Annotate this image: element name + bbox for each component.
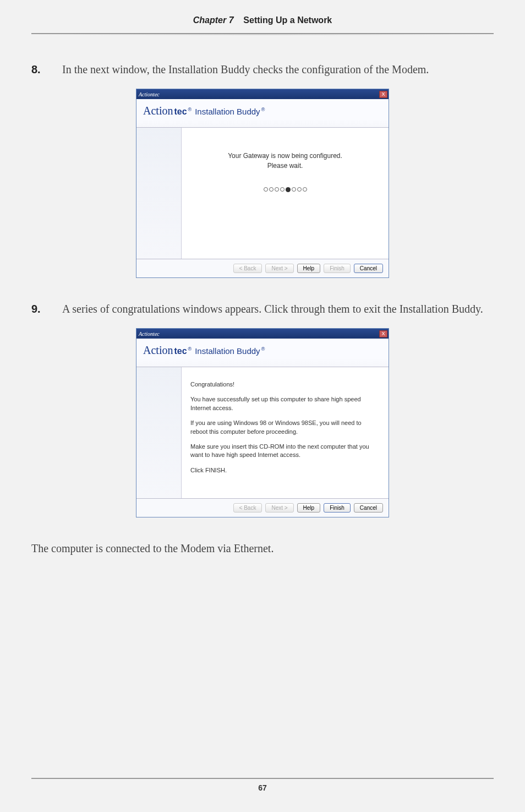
wizard-brand: Actiontec® Installation Buddy® — [136, 99, 389, 127]
step-number: 8. — [31, 62, 62, 78]
brand-sub: Installation Buddy — [195, 107, 260, 116]
close-icon[interactable]: X — [379, 330, 387, 337]
config-msg-line1: Your Gateway is now being configured. — [190, 151, 380, 161]
back-button: < Back — [233, 503, 262, 513]
final-line: The computer is connected to the Modem v… — [31, 541, 494, 557]
brand-script: Action — [143, 344, 173, 357]
wizard-button-row: < Back Next > Help Finish Cancel — [136, 259, 389, 277]
congrats-line2: You have successfully set up this comput… — [190, 395, 380, 412]
config-msg-line2: Please wait. — [190, 161, 380, 171]
footer-divider — [31, 778, 494, 779]
congrats-line3: If you are using Windows 98 or Windows 9… — [190, 419, 380, 436]
wizard-brand: Actiontec® Installation Buddy® — [136, 339, 389, 367]
finish-button[interactable]: Finish — [324, 503, 351, 513]
step-9: 9. A series of congratulations windows a… — [31, 301, 494, 317]
brand-sub: Installation Buddy — [195, 346, 260, 356]
cancel-button[interactable]: Cancel — [354, 264, 383, 273]
titlebar-text: Actiontec — [139, 91, 160, 97]
next-button: Next > — [265, 503, 293, 513]
next-button: Next > — [265, 264, 293, 273]
titlebar-text: Actiontec — [139, 331, 160, 337]
brand-bold: tec — [174, 107, 187, 117]
finish-button: Finish — [324, 264, 351, 273]
brand-script: Action — [143, 105, 173, 117]
brand-bold: tec — [174, 346, 187, 356]
brand-reg-2: ® — [261, 346, 265, 352]
congrats-line1: Congratulations! — [190, 380, 380, 389]
chapter-title: Setting Up a Network — [243, 15, 332, 25]
wizard-configuring: Actiontec X Actiontec® Installation Budd… — [136, 89, 389, 278]
close-icon[interactable]: X — [379, 91, 387, 98]
wizard-sidebar — [136, 128, 182, 259]
page-number: 67 — [0, 783, 525, 792]
brand-reg: ® — [188, 346, 192, 352]
progress-dots — [190, 186, 380, 193]
header-divider — [31, 33, 494, 34]
brand-reg-2: ® — [261, 107, 265, 112]
cancel-button[interactable]: Cancel — [354, 503, 383, 513]
step-text: In the next window, the Installation Bud… — [62, 62, 494, 78]
step-number: 9. — [31, 301, 62, 317]
wizard-titlebar: Actiontec X — [136, 329, 389, 339]
help-button[interactable]: Help — [297, 264, 321, 273]
help-button[interactable]: Help — [297, 503, 321, 513]
step-text: A series of congratulations windows appe… — [62, 301, 494, 317]
congrats-line5: Click FINISH. — [190, 466, 380, 475]
congrats-content: Congratulations! You have successfully s… — [182, 367, 389, 498]
wizard-button-row: < Back Next > Help Finish Cancel — [136, 499, 389, 517]
chapter-label: Chapter 7 — [193, 15, 234, 25]
wizard-sidebar — [136, 367, 182, 498]
step-8: 8. In the next window, the Installation … — [31, 62, 494, 78]
wizard-titlebar: Actiontec X — [136, 89, 389, 99]
brand-reg: ® — [188, 107, 192, 112]
congrats-line4: Make sure you insert this CD-ROM into th… — [190, 443, 380, 460]
wizard-congrats: Actiontec X Actiontec® Installation Budd… — [136, 328, 389, 517]
back-button: < Back — [233, 264, 262, 273]
